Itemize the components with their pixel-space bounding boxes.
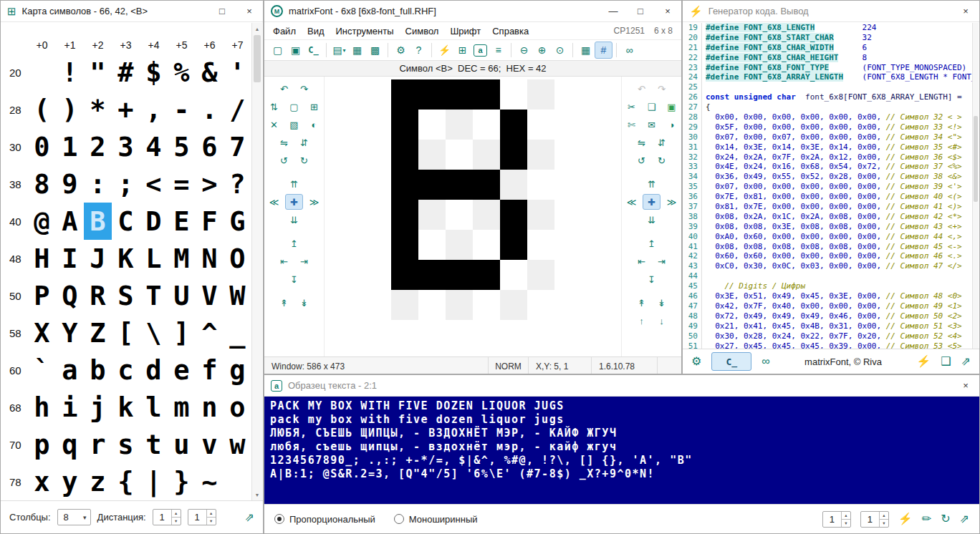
menu-font[interactable]: Шрифт bbox=[444, 22, 486, 39]
refresh-sample-icon[interactable]: ↻ bbox=[941, 513, 950, 525]
pixel-cell[interactable] bbox=[418, 110, 446, 140]
char-cell[interactable]: 7 bbox=[224, 128, 251, 165]
pixel-cell[interactable] bbox=[391, 170, 418, 200]
char-cell[interactable]: _ bbox=[224, 314, 251, 351]
char-cell[interactable]: I bbox=[56, 240, 84, 277]
pixel-grid-toggle-icon[interactable]: # bbox=[595, 42, 612, 59]
char-cell[interactable]: ( bbox=[28, 91, 56, 128]
char-cell[interactable]: + bbox=[112, 91, 140, 128]
zoom-in-icon[interactable]: ⊕ bbox=[533, 42, 551, 59]
pixel-cell[interactable] bbox=[500, 260, 527, 290]
right-paste-icon[interactable]: ▣ bbox=[663, 99, 681, 115]
char-cell[interactable]: [ bbox=[112, 314, 140, 351]
char-cell[interactable]: F bbox=[196, 203, 224, 240]
char-cell[interactable]: - bbox=[168, 91, 196, 128]
pixel-cell[interactable] bbox=[446, 200, 473, 230]
columns-select[interactable]: 8 ▾ bbox=[57, 509, 91, 525]
char-cell[interactable]: l bbox=[140, 389, 168, 426]
char-cell[interactable]: " bbox=[84, 54, 112, 91]
char-cell[interactable]: ? bbox=[224, 165, 251, 203]
char-cell[interactable]: ) bbox=[56, 91, 84, 128]
spacing-y-stepper[interactable]: 1 ▴▾ bbox=[860, 511, 889, 528]
right-snap-bottom-icon[interactable]: ↧ bbox=[643, 271, 660, 287]
char-map-scrollbar[interactable]: ▲ ▼ bbox=[251, 23, 262, 500]
scroll-thumb[interactable] bbox=[974, 116, 978, 202]
left-clear-symbol-icon[interactable]: ✕ bbox=[265, 117, 283, 132]
pixel-cell[interactable] bbox=[473, 79, 500, 110]
spin-down-icon[interactable]: ▾ bbox=[207, 518, 216, 525]
left-flip-horizontal-icon[interactable]: ⇋ bbox=[275, 135, 293, 150]
char-cell[interactable]: 4 bbox=[140, 128, 168, 165]
char-cell[interactable]: H bbox=[28, 240, 56, 277]
left-undo-icon[interactable]: ↶ bbox=[275, 81, 293, 97]
pixel-cell[interactable] bbox=[500, 140, 527, 170]
pixel-cell[interactable] bbox=[527, 200, 554, 230]
maximize-button[interactable]: □ bbox=[627, 1, 654, 22]
scroll-thumb[interactable] bbox=[254, 35, 261, 82]
edit-sample-icon[interactable]: ✏ bbox=[922, 513, 931, 525]
pixel-cell[interactable] bbox=[391, 230, 418, 260]
left-wrap-shift-up-icon[interactable]: ↟ bbox=[275, 295, 293, 311]
spin-down-icon[interactable]: ▾ bbox=[880, 520, 888, 527]
save-font-icon[interactable]: ▦ bbox=[348, 42, 366, 59]
generate-code-icon[interactable]: ⚡ bbox=[436, 42, 453, 59]
left-shift-left-icon[interactable]: ≪ bbox=[265, 194, 283, 210]
pixel-cell[interactable] bbox=[418, 79, 446, 110]
export-sample-icon[interactable]: ⇗ bbox=[960, 513, 969, 525]
stepper-arrows[interactable]: ▴▾ bbox=[879, 512, 888, 527]
generate-code-icon[interactable]: ⚡ bbox=[916, 356, 931, 367]
char-cell[interactable]: B bbox=[84, 203, 112, 240]
pixel-cell[interactable] bbox=[418, 260, 446, 290]
char-cell[interactable]: x bbox=[28, 463, 56, 500]
char-cell[interactable]: M bbox=[168, 240, 196, 277]
pixel-cell[interactable] bbox=[391, 140, 418, 170]
char-cell[interactable]: E bbox=[168, 203, 196, 240]
char-cell[interactable]: W bbox=[224, 277, 251, 314]
char-cell[interactable]: i bbox=[56, 389, 84, 426]
export-c-file-icon[interactable]: C_ bbox=[304, 42, 322, 59]
pixel-cell[interactable] bbox=[527, 230, 554, 260]
right-snap-left-icon[interactable]: ⇤ bbox=[633, 253, 650, 269]
pixel-cell[interactable] bbox=[527, 110, 554, 140]
close-button[interactable]: × bbox=[654, 1, 681, 22]
close-button[interactable]: × bbox=[952, 1, 979, 22]
char-cell[interactable] bbox=[28, 54, 56, 91]
pixel-cell[interactable] bbox=[418, 290, 446, 320]
distance-x-stepper[interactable]: 1 ▴▾ bbox=[153, 509, 181, 525]
char-cell[interactable]: ` bbox=[28, 351, 56, 389]
char-map-toggle-icon[interactable]: ⊞ bbox=[453, 42, 471, 59]
spin-down-icon[interactable]: ▾ bbox=[172, 518, 181, 525]
char-cell[interactable]: P bbox=[28, 277, 56, 314]
char-cell[interactable]: g bbox=[224, 351, 251, 389]
link-icon[interactable]: ∞ bbox=[762, 356, 769, 367]
char-cell[interactable]: % bbox=[168, 54, 196, 91]
char-cell[interactable] bbox=[224, 463, 251, 500]
pixel-cell[interactable] bbox=[391, 79, 418, 110]
char-cell[interactable]: w bbox=[224, 426, 251, 463]
char-cell[interactable]: v bbox=[196, 426, 224, 463]
spin-down-icon[interactable]: ▾ bbox=[842, 520, 850, 527]
zoom-out-icon[interactable]: ⊖ bbox=[515, 42, 533, 59]
char-cell[interactable]: | bbox=[140, 463, 168, 500]
pixel-cell[interactable] bbox=[500, 170, 527, 200]
char-cell[interactable]: y bbox=[56, 463, 84, 500]
pixel-cell[interactable] bbox=[446, 290, 473, 320]
pixel-cell[interactable] bbox=[527, 140, 554, 170]
char-cell[interactable]: d bbox=[140, 351, 168, 389]
char-cell[interactable]: t bbox=[140, 426, 168, 463]
left-crop-icon[interactable]: ▢ bbox=[285, 99, 303, 115]
char-cell[interactable]: k bbox=[112, 389, 140, 426]
char-cell[interactable]: o bbox=[224, 389, 251, 426]
char-cell[interactable]: ; bbox=[112, 165, 140, 203]
generate-sample-icon[interactable]: ⚡ bbox=[898, 513, 913, 525]
left-redo-icon[interactable]: ↷ bbox=[295, 81, 313, 97]
scroll-up-icon[interactable]: ▲ bbox=[252, 24, 262, 34]
char-cell[interactable]: ] bbox=[168, 314, 196, 351]
left-shift-down-icon[interactable]: ⇊ bbox=[285, 212, 303, 228]
char-cell[interactable]: z bbox=[84, 463, 112, 500]
scroll-down-icon[interactable]: ▼ bbox=[252, 490, 262, 500]
right-shift-left-icon[interactable]: ≪ bbox=[623, 194, 640, 210]
left-shift-right-icon[interactable]: ≫ bbox=[305, 194, 323, 210]
char-cell[interactable]: 8 bbox=[28, 165, 56, 203]
link-windows-icon[interactable]: ∞ bbox=[620, 42, 638, 59]
